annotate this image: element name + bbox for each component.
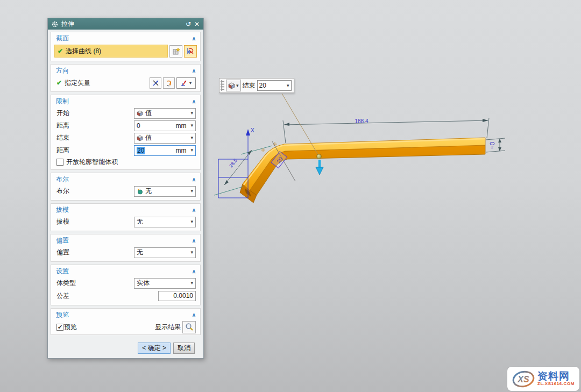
dropdown-caret-icon: ▾ bbox=[190, 148, 193, 153]
draft-value: 无 bbox=[137, 217, 188, 226]
start-distance-input[interactable]: 0 mm ▾ bbox=[134, 120, 196, 131]
collapse-caret-icon[interactable]: ∧ bbox=[192, 68, 196, 74]
body-type-dropdown[interactable]: 实体 ▾ bbox=[134, 278, 196, 289]
model-top-face bbox=[243, 138, 485, 190]
draft-group-header: 拔模 bbox=[56, 205, 192, 215]
offset-dropdown[interactable]: 无 ▾ bbox=[134, 247, 196, 258]
sketch-section-button[interactable] bbox=[169, 45, 182, 58]
crossed-vectors-icon bbox=[152, 80, 159, 87]
end-label: 结束 bbox=[56, 133, 134, 142]
collapse-caret-icon[interactable]: ∧ bbox=[192, 98, 196, 104]
check-icon: ✔ bbox=[56, 79, 62, 87]
collapse-caret-icon[interactable]: ∧ bbox=[192, 207, 196, 213]
toolbar-drag-grip[interactable] bbox=[221, 80, 224, 91]
vector-axis-icon bbox=[181, 79, 188, 87]
open-profile-label: 开放轮廓智能体积 bbox=[66, 158, 118, 167]
vector-dialog-button[interactable]: ▾ bbox=[176, 77, 196, 89]
close-icon[interactable]: ✕ bbox=[194, 21, 200, 27]
model-end-recess bbox=[245, 188, 251, 197]
preview-checkbox[interactable]: ✔ bbox=[56, 324, 63, 331]
curve-select-button[interactable] bbox=[184, 45, 197, 58]
check-icon: ✔ bbox=[58, 47, 63, 55]
section-group: 截面 ∧ ✔ 选择曲线 (8) bbox=[51, 32, 201, 61]
dialog-footer: < 确定 > 取消 bbox=[51, 338, 201, 355]
reverse-direction-button[interactable] bbox=[163, 77, 175, 89]
end-mode-dropdown[interactable]: 值 ▾ bbox=[134, 133, 196, 144]
start-label: 开始 bbox=[56, 109, 134, 118]
x-axis-label: X bbox=[251, 127, 254, 133]
dimension-thickness[interactable]: 2 bbox=[486, 138, 505, 152]
start-mode-value: 值 bbox=[145, 109, 188, 118]
boolean-dropdown[interactable]: 无 ▾ bbox=[134, 186, 196, 197]
watermark: XS 资料网 ZL.XS1616.COM bbox=[507, 367, 579, 391]
limits-group: 限制 ∧ 开始 值 ▾ 距离 0 mm bbox=[51, 95, 201, 170]
dialog-title: 拉伸 bbox=[61, 19, 182, 28]
boolean-group-header: 布尔 bbox=[56, 175, 192, 184]
sketch-curves[interactable] bbox=[218, 133, 248, 198]
dim-extrude-text: 20 bbox=[275, 156, 284, 165]
extrude-drag-handle[interactable] bbox=[316, 154, 323, 175]
boolean-label: 布尔 bbox=[56, 187, 134, 196]
cancel-button[interactable]: 取消 bbox=[173, 343, 195, 354]
select-curve-label: 选择曲线 (8) bbox=[66, 47, 101, 56]
end-distance-label: 结束 bbox=[243, 81, 256, 90]
collapse-caret-icon[interactable]: ∧ bbox=[192, 238, 196, 244]
boolean-value: 无 bbox=[145, 187, 188, 196]
dropdown-caret-icon: ▾ bbox=[190, 123, 193, 128]
collapse-caret-icon[interactable]: ∧ bbox=[192, 35, 196, 41]
draft-dropdown[interactable]: 无 ▾ bbox=[134, 217, 196, 227]
dialog-titlebar[interactable]: 拉伸 ↺ ✕ bbox=[48, 18, 203, 30]
extrude-distance-annotation[interactable]: 20 bbox=[271, 141, 295, 181]
dropdown-caret-icon: ▾ bbox=[190, 111, 193, 116]
reset-icon[interactable]: ↺ bbox=[186, 21, 191, 27]
body-type-value: 实体 bbox=[137, 279, 188, 288]
collapse-caret-icon[interactable]: ∧ bbox=[192, 176, 196, 182]
offset-group: 偏置 ∧ 偏置 无 ▾ bbox=[51, 234, 201, 262]
ok-button-label: < 确定 > bbox=[142, 344, 166, 353]
start-mode-dropdown[interactable]: 值 ▾ bbox=[134, 108, 196, 119]
limit-option-dropdown[interactable]: ▾ bbox=[226, 80, 241, 91]
on-screen-input-toolbar[interactable]: ▾ 结束 20 ▾ bbox=[219, 78, 294, 93]
offset-group-header: 偏置 bbox=[56, 236, 192, 245]
tolerance-label: 公差 bbox=[56, 291, 158, 301]
open-profile-checkbox[interactable] bbox=[56, 159, 63, 166]
dropdown-caret-icon: ▾ bbox=[190, 281, 193, 286]
x-axis-arrow: X bbox=[246, 127, 254, 136]
cube-icon bbox=[137, 135, 143, 141]
limits-group-header: 限制 bbox=[56, 97, 192, 106]
end-distance-value: 20 bbox=[259, 82, 287, 89]
preview-group-header: 预览 bbox=[56, 310, 192, 319]
curve-icon bbox=[186, 47, 195, 55]
watermark-logo-icon: XS bbox=[512, 370, 535, 388]
draft-label: 拔模 bbox=[56, 217, 134, 226]
tolerance-input[interactable]: 0.0010 bbox=[158, 291, 196, 301]
ok-button[interactable]: < 确定 > bbox=[138, 343, 171, 354]
section-group-header: 截面 bbox=[56, 34, 192, 43]
dimension-28-5[interactable]: 28.5 bbox=[214, 146, 272, 195]
model-front-face bbox=[250, 145, 485, 195]
boolean-none-icon bbox=[137, 188, 143, 195]
direction-group-header: 方向 bbox=[56, 66, 192, 75]
select-curve-field[interactable]: ✔ 选择曲线 (8) bbox=[54, 45, 168, 58]
body-type-label: 体类型 bbox=[56, 279, 134, 288]
watermark-site: ZL.XS1616.COM bbox=[537, 382, 575, 386]
end-distance-field[interactable]: 20 mm ▾ bbox=[134, 145, 196, 156]
collapse-caret-icon[interactable]: ∧ bbox=[192, 268, 196, 274]
end-distance-input[interactable]: 20 ▾ bbox=[257, 80, 292, 91]
collapse-caret-icon[interactable]: ∧ bbox=[192, 312, 196, 318]
inferred-vector-button[interactable] bbox=[150, 77, 161, 89]
show-result-button[interactable] bbox=[182, 321, 196, 333]
start-distance-value: 0 bbox=[137, 122, 173, 130]
dim-length-text: 188.4 bbox=[355, 118, 368, 124]
watermark-name: 资料网 bbox=[537, 371, 575, 382]
model-top-highlight bbox=[244, 139, 485, 185]
dropdown-caret-icon: ▾ bbox=[190, 250, 193, 255]
start-distance-unit: mm bbox=[175, 122, 186, 130]
dimension-188-4[interactable]: 188.4 bbox=[283, 118, 489, 143]
tolerance-value: 0.0010 bbox=[173, 292, 193, 300]
extruded-solid-model[interactable] bbox=[240, 138, 485, 203]
cancel-button-label: 取消 bbox=[178, 344, 190, 353]
end-distance-label: 距离 bbox=[56, 146, 134, 155]
cube-icon bbox=[228, 82, 235, 89]
toolbar-leader-line bbox=[282, 94, 318, 155]
